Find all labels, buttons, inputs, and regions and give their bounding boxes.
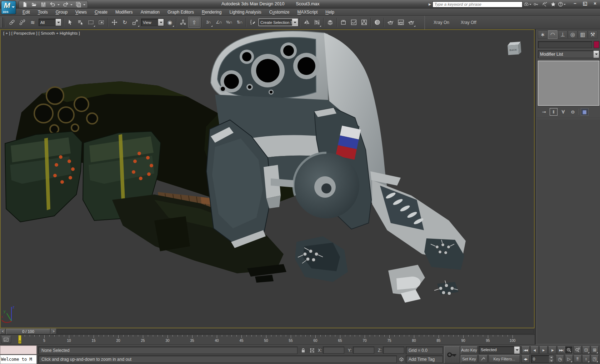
maxscript-mini-listener-row[interactable]: Welcome to M — [0, 355, 37, 364]
chevron-down-icon[interactable] — [514, 347, 520, 354]
render-setup-button[interactable] — [385, 17, 396, 28]
remove-modifier-button[interactable]: ⊖ — [569, 108, 577, 116]
view-cube[interactable]: BACK — [506, 41, 523, 58]
menu-rendering[interactable]: Rendering — [198, 9, 225, 15]
previous-frame-arrow-button[interactable]: < — [0, 329, 6, 334]
infocenter-expand-icon[interactable]: ▶ — [429, 2, 431, 6]
menu-edit[interactable]: Edit — [19, 9, 34, 15]
show-end-result-toggle[interactable]: ‖ — [550, 108, 558, 116]
cube-icon[interactable] — [398, 355, 405, 363]
reference-coordinate-system-dropdown[interactable]: View — [141, 19, 164, 26]
search-input[interactable] — [432, 1, 522, 7]
favorites-button[interactable] — [549, 1, 557, 8]
viewport-label[interactable]: [ + ] [ Perspective ] [ Smooth + Highlig… — [3, 31, 80, 35]
bind-to-space-warp-button[interactable]: ≋ — [28, 17, 38, 28]
pan-view-button[interactable]: ▷ — [565, 355, 573, 363]
next-frame-arrow-button[interactable]: > — [51, 329, 56, 334]
selection-filter-dropdown[interactable]: All — [39, 19, 61, 26]
container-button[interactable] — [338, 17, 349, 28]
spinner-down-button[interactable] — [549, 359, 554, 363]
tab-create[interactable]: ∗ — [538, 30, 548, 39]
align-button[interactable] — [312, 17, 322, 28]
time-configuration-button[interactable]: ◷ — [556, 355, 564, 363]
viewport-canvas[interactable]: z y x — [1, 30, 534, 328]
rectangular-selection-region-button[interactable] — [86, 17, 96, 28]
pin-stack-button[interactable]: ⊸ — [540, 108, 548, 116]
key-mode-toggle[interactable]: ◀▶ — [521, 355, 530, 363]
object-name-field[interactable] — [538, 41, 592, 48]
z-coordinate-field[interactable] — [383, 347, 404, 354]
x-coordinate-field[interactable] — [323, 347, 344, 354]
view-cube-front-face[interactable]: BACK — [508, 45, 519, 55]
menu-tools[interactable]: Tools — [34, 9, 52, 15]
snaps-toggle[interactable]: 3∩ — [203, 17, 214, 28]
layer-manager-button[interactable] — [325, 17, 335, 28]
menu-customize[interactable]: Customize — [265, 9, 294, 15]
menu-modifiers[interactable]: Modifiers — [111, 9, 137, 15]
open-file-button[interactable] — [30, 1, 38, 8]
frame-number-input[interactable] — [531, 355, 549, 363]
edit-named-selection-sets-button[interactable] — [248, 17, 258, 28]
select-and-scale-button[interactable] — [130, 17, 140, 28]
chevron-down-icon[interactable] — [593, 51, 599, 58]
xray-on-button[interactable]: Xray On — [429, 18, 454, 27]
redo-button-flyout-arrow[interactable] — [70, 1, 73, 8]
spinner-snap-toggle[interactable]: ⇅∩ — [234, 17, 245, 28]
default-key-tangent-button[interactable] — [479, 355, 488, 363]
selection-lock-toggle[interactable] — [299, 347, 307, 354]
xray-off-button[interactable]: Xray Off — [456, 18, 481, 27]
angle-snap-toggle[interactable]: ∠∩ — [214, 17, 224, 28]
material-editor-button[interactable] — [372, 17, 382, 28]
mirror-button[interactable] — [301, 17, 312, 28]
menu-group[interactable]: Group — [52, 9, 71, 15]
select-by-name-button[interactable] — [75, 17, 86, 28]
toolbars-menu-button-flyout-arrow[interactable] — [83, 1, 86, 8]
walk-through-button[interactable]: ‼ — [574, 355, 581, 363]
perspective-viewport[interactable]: [ + ] [ Perspective ] [ Smooth + Highlig… — [0, 29, 535, 328]
add-time-tag-field[interactable]: Add Time Tag — [406, 355, 443, 363]
y-coordinate-field[interactable] — [353, 347, 374, 354]
select-object-button[interactable] — [65, 17, 75, 28]
render-production-button[interactable] — [406, 17, 416, 28]
undo-button-flyout-arrow[interactable] — [58, 1, 60, 8]
orbit-button[interactable]: ♁ — [582, 355, 590, 363]
zoom-extents-all-button[interactable]: ⊞ — [591, 346, 599, 354]
search-button[interactable] — [524, 1, 531, 8]
select-and-manipulate-button[interactable] — [178, 17, 188, 28]
menu-animation[interactable]: Animation — [137, 9, 164, 15]
tab-hierarchy[interactable]: ⊥ — [558, 30, 568, 39]
menu-lighting-analysis[interactable]: Lighting Analysis — [225, 9, 265, 15]
menu-help[interactable]: Help — [321, 9, 338, 15]
set-key-button[interactable]: Set Key — [461, 355, 478, 363]
modifier-list-dropdown[interactable]: Modifier List — [538, 50, 599, 58]
set-keys-button[interactable] — [444, 346, 460, 363]
menu-views[interactable]: Views — [71, 9, 91, 15]
next-frame-button[interactable]: |▶ — [548, 346, 556, 354]
schematic-view-button[interactable] — [359, 17, 369, 28]
play-button[interactable]: ▶ — [539, 346, 548, 354]
zoom-extents-button[interactable]: ⊡ — [582, 346, 590, 354]
chevron-down-icon[interactable] — [292, 19, 298, 26]
go-to-start-button[interactable]: |◀◀ — [521, 346, 530, 354]
toolbar-drag-handle[interactable] — [1, 17, 3, 27]
key-filters-button[interactable]: Key Filters... — [489, 355, 520, 363]
keyboard-shortcut-override-toggle[interactable]: ⇧ — [188, 17, 200, 28]
minimize-button[interactable]: − — [571, 1, 579, 7]
tab-modify[interactable]: ◠ — [548, 30, 558, 39]
zoom-button[interactable] — [565, 346, 573, 354]
unlink-selection-button[interactable] — [17, 17, 28, 28]
select-and-link-button[interactable] — [7, 17, 17, 28]
redo-button[interactable] — [61, 1, 70, 8]
tab-utilities[interactable]: ⚒ — [588, 30, 598, 39]
auto-key-toggle[interactable]: Auto Key — [461, 346, 478, 354]
menu-create[interactable]: Create — [91, 9, 111, 15]
zoom-all-button[interactable] — [574, 346, 581, 354]
toolbars-menu-button[interactable] — [74, 1, 82, 8]
maxscript-mini-listener-macro-row[interactable] — [0, 345, 37, 354]
track-bar[interactable]: 0 51015202530354045505560657075808590951… — [0, 335, 535, 345]
menu-graph-editors[interactable]: Graph Editors — [164, 9, 198, 15]
undo-button[interactable] — [48, 1, 57, 8]
named-selection-sets-dropdown[interactable]: Create Selection Se — [259, 19, 298, 26]
time-slider-thumb[interactable]: 0 / 100 — [6, 329, 50, 334]
curve-editor-button[interactable] — [349, 17, 359, 28]
